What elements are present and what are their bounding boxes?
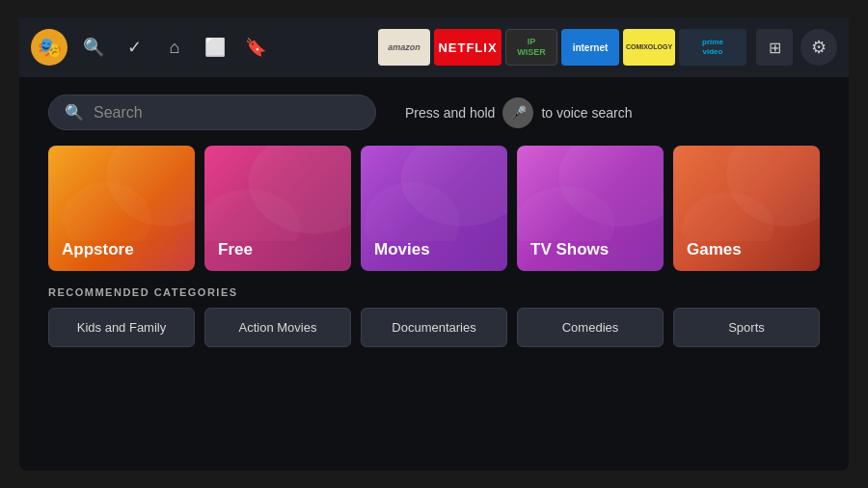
search-box-icon: 🔍: [65, 103, 84, 122]
nav-bar: 🎭 🔍 ✓ ⌂ ⬜ 🔖 amazon NETFLIX IPWISER inter…: [19, 17, 849, 77]
tile-movies[interactable]: Movies: [361, 146, 507, 271]
voice-hint-prefix: Press and hold: [405, 105, 495, 121]
app-internet[interactable]: internet: [561, 29, 619, 66]
grid-apps-icon[interactable]: ⊞: [756, 29, 793, 66]
rec-btn-comedies[interactable]: Comedies: [517, 308, 664, 347]
tile-free-label: Free: [218, 240, 253, 259]
voice-hint-suffix: to voice search: [541, 105, 632, 121]
tile-games[interactable]: Games: [673, 146, 820, 271]
search-nav-icon[interactable]: 🔍: [75, 29, 112, 66]
home-icon[interactable]: ⌂: [156, 29, 193, 66]
app-netflix[interactable]: NETFLIX: [434, 29, 502, 66]
tile-tvshows-label: TV Shows: [530, 240, 609, 259]
recommended-section: RECOMMENDED CATEGORIES Kids and Family A…: [48, 286, 820, 347]
voice-search-hint: Press and hold 🎤 to voice search: [405, 97, 633, 128]
app-amazon[interactable]: amazon: [378, 29, 430, 66]
tile-free[interactable]: Free: [204, 146, 351, 271]
tile-movies-label: Movies: [374, 240, 430, 259]
rec-btn-action[interactable]: Action Movies: [204, 308, 351, 347]
recommended-title: RECOMMENDED CATEGORIES: [48, 286, 820, 298]
rec-btn-kids[interactable]: Kids and Family: [48, 308, 195, 347]
main-content: 🔍 Search Press and hold 🎤 to voice searc…: [19, 77, 849, 471]
search-row: 🔍 Search Press and hold 🎤 to voice searc…: [48, 95, 820, 130]
app-iptv[interactable]: IPWISER: [505, 29, 557, 66]
tile-games-label: Games: [687, 240, 742, 259]
rec-btn-sports[interactable]: Sports: [673, 308, 820, 347]
app-prime[interactable]: primevideo: [679, 29, 746, 66]
app-comics[interactable]: COMIXOLOGY: [623, 29, 675, 66]
recommended-buttons: Kids and Family Action Movies Documentar…: [48, 308, 820, 347]
tv-screen: 🎭 🔍 ✓ ⌂ ⬜ 🔖 amazon NETFLIX IPWISER inter…: [19, 17, 849, 471]
tile-appstore-label: Appstore: [62, 240, 134, 259]
avatar[interactable]: 🎭: [31, 29, 68, 66]
search-box-placeholder: Search: [94, 104, 143, 122]
tv-icon[interactable]: ⬜: [197, 29, 233, 66]
settings-icon[interactable]: ⚙: [800, 29, 837, 66]
bookmark-icon[interactable]: 🔖: [237, 29, 274, 66]
tile-tvshows[interactable]: TV Shows: [517, 146, 664, 271]
mic-button[interactable]: 🎤: [502, 97, 533, 128]
rec-btn-documentaries[interactable]: Documentaries: [361, 308, 507, 347]
category-tiles: Appstore Free Movies: [48, 146, 820, 271]
tile-appstore[interactable]: Appstore: [48, 146, 195, 271]
check-icon[interactable]: ✓: [116, 29, 152, 66]
search-box[interactable]: 🔍 Search: [48, 95, 376, 130]
